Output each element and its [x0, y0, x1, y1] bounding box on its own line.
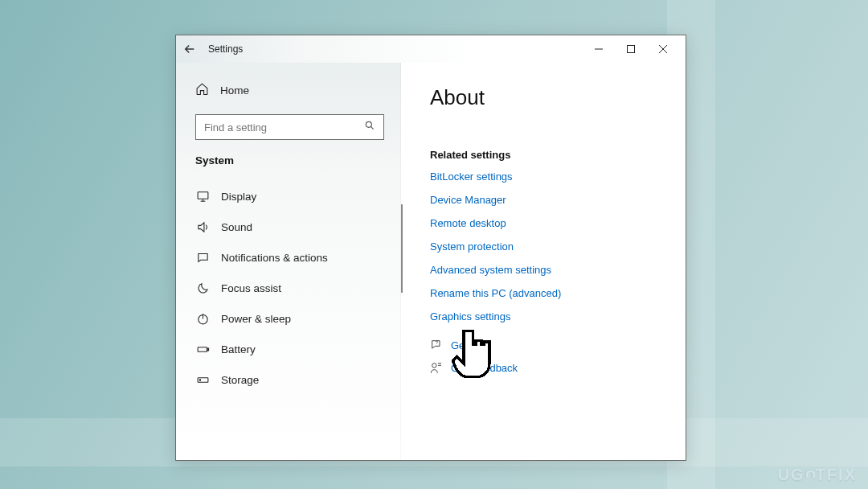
sidebar-item-label: Notifications & actions: [221, 252, 328, 264]
sidebar-home-label: Home: [220, 84, 249, 97]
get-help-link[interactable]: ? Get help: [430, 339, 663, 351]
moon-icon: [195, 281, 210, 295]
sidebar-item-sound[interactable]: Sound: [176, 212, 400, 242]
sidebar-item-power[interactable]: Power & sleep: [176, 303, 400, 334]
storage-icon: [195, 372, 210, 387]
helpers: ? Get help Give feedback: [430, 339, 663, 374]
scroll-indicator[interactable]: [401, 204, 403, 293]
svg-point-2: [366, 121, 371, 127]
search-wrap: [176, 105, 400, 151]
link-advanced-system-settings[interactable]: Advanced system settings: [430, 264, 663, 276]
titlebar: Settings: [176, 35, 686, 63]
sidebar-item-focus[interactable]: Focus assist: [176, 273, 400, 303]
sidebar-item-display[interactable]: Display: [176, 181, 400, 212]
sidebar-item-label: Battery: [221, 343, 256, 355]
svg-point-14: [432, 364, 436, 368]
link-system-protection[interactable]: System protection: [430, 240, 663, 253]
feedback-icon: [430, 361, 443, 374]
help-icon: ?: [430, 339, 443, 351]
sidebar-item-notifications[interactable]: Notifications & actions: [176, 242, 400, 273]
window-controls: [583, 38, 679, 60]
sidebar-item-battery[interactable]: Battery: [176, 334, 400, 364]
back-icon[interactable]: [182, 42, 197, 56]
sidebar-home[interactable]: Home: [176, 76, 400, 105]
watermark: UGⅽTFIX: [778, 465, 857, 484]
sound-icon: [195, 220, 210, 234]
power-icon: [195, 311, 210, 326]
maximize-button[interactable]: [615, 38, 647, 60]
window-title: Settings: [208, 43, 243, 55]
sidebar-item-storage[interactable]: Storage: [176, 364, 400, 395]
link-device-manager[interactable]: Device Manager: [430, 194, 663, 206]
home-icon: [195, 82, 209, 98]
sidebar-item-label: Display: [221, 191, 256, 203]
give-feedback-link[interactable]: Give feedback: [430, 361, 663, 374]
battery-icon: [195, 342, 210, 356]
link-graphics-settings[interactable]: Graphics settings: [430, 310, 663, 323]
sidebar: Home System Display: [176, 63, 401, 460]
minimize-button[interactable]: [583, 38, 615, 60]
link-rename-pc-advanced[interactable]: Rename this PC (advanced): [430, 287, 663, 299]
svg-rect-10: [207, 348, 208, 351]
svg-text:?: ?: [436, 340, 439, 345]
sidebar-item-label: Focus assist: [221, 282, 281, 294]
notifications-icon: [195, 250, 210, 265]
sidebar-item-label: Sound: [221, 221, 252, 233]
close-button[interactable]: [647, 38, 679, 60]
related-links: BitLocker settings Device Manager Remote…: [430, 171, 663, 323]
link-bitlocker[interactable]: BitLocker settings: [430, 171, 663, 183]
sidebar-item-label: Storage: [221, 374, 259, 386]
sidebar-category: System: [176, 151, 400, 181]
settings-window: Settings Home: [175, 35, 686, 461]
link-remote-desktop[interactable]: Remote desktop: [430, 217, 663, 229]
monitor-icon: [195, 189, 210, 203]
svg-rect-4: [198, 191, 208, 199]
search-field[interactable]: [204, 121, 358, 134]
svg-point-12: [199, 379, 200, 380]
sidebar-item-label: Power & sleep: [221, 313, 291, 325]
page-title: About: [430, 85, 663, 110]
svg-line-3: [371, 126, 373, 129]
svg-rect-1: [628, 46, 635, 53]
content-area: About Related settings BitLocker setting…: [401, 63, 686, 460]
search-input[interactable]: [195, 114, 384, 140]
search-icon: [358, 120, 375, 134]
give-feedback-label: Give feedback: [451, 362, 518, 374]
related-settings-header: Related settings: [430, 149, 663, 161]
get-help-label: Get help: [451, 339, 490, 351]
window-body: Home System Display: [176, 63, 686, 460]
svg-rect-9: [198, 347, 207, 351]
